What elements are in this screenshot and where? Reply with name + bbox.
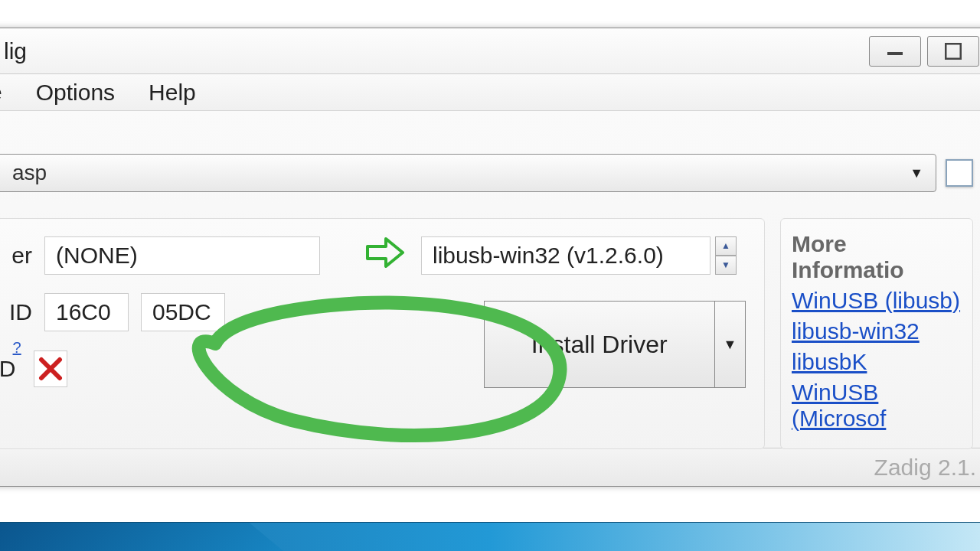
taskbar[interactable] <box>0 522 980 551</box>
usbid-label: ID <box>0 299 32 325</box>
wcid-status <box>34 350 67 387</box>
device-combo-text: asp <box>0 161 47 185</box>
maximize-icon <box>945 43 962 60</box>
menu-file[interactable]: e <box>0 80 2 106</box>
statusbar: e found. Zadig 2.1. <box>0 448 980 486</box>
version-text: Zadig 2.1. <box>874 455 976 481</box>
info-link-libusbk[interactable]: libusbK <box>792 349 962 375</box>
window-title: lig <box>0 38 27 64</box>
x-icon <box>38 357 63 381</box>
info-link-winusb-microsoft[interactable]: WinUSB (Microsof <box>792 380 962 432</box>
driver-row: er (NONE) libusb-win32 (v1.2.6.0) ▲ ▼ <box>0 236 746 275</box>
device-row: asp ▼ <box>0 154 973 192</box>
device-combo[interactable]: asp ▼ <box>0 154 936 192</box>
info-link-libusb-win32[interactable]: libusb-win32 <box>792 318 962 344</box>
menubar: e Options Help <box>0 74 980 111</box>
svg-rect-1 <box>946 44 961 59</box>
driver-spinner: ▲ ▼ <box>715 236 737 275</box>
driver-spinner-down[interactable]: ▼ <box>715 256 737 275</box>
driver-spinner-up[interactable]: ▲ <box>715 236 737 256</box>
usb-vid-field: 16C0 <box>44 293 129 331</box>
svg-rect-0 <box>887 52 903 55</box>
app-window: lig e Options Help asp ▼ er <box>0 28 980 487</box>
usb-pid-field: 05DC <box>141 293 225 331</box>
window-controls <box>869 36 979 67</box>
wcid-label: D <box>0 356 16 382</box>
minimize-button[interactable] <box>869 36 921 67</box>
target-driver-field: libusb-win32 (v1.2.6.0) <box>421 236 710 275</box>
wcid-help-link[interactable]: ? <box>13 339 21 357</box>
client-area: asp ▼ er (NONE) libusb-win32 (v1.2.6.0) … <box>0 111 980 448</box>
current-driver-field: (NONE) <box>44 236 320 275</box>
info-header: More Informatio <box>792 231 962 283</box>
titlebar: lig <box>0 28 980 74</box>
maximize-button[interactable] <box>927 36 979 67</box>
main-grid: er (NONE) libusb-win32 (v1.2.6.0) ▲ ▼ <box>0 218 973 449</box>
install-driver-split[interactable]: ▼ <box>714 302 745 387</box>
install-driver-label: Install Driver <box>485 331 714 359</box>
wcid-row: D ? Install Driver ▼ <box>0 350 746 388</box>
menu-help[interactable]: Help <box>149 80 196 106</box>
minimize-icon <box>884 46 906 57</box>
chevron-down-icon: ▼ <box>910 165 923 181</box>
driver-label: er <box>0 243 32 269</box>
menu-options[interactable]: Options <box>36 80 115 106</box>
target-driver-group: libusb-win32 (v1.2.6.0) ▲ ▼ <box>421 236 737 275</box>
install-driver-button[interactable]: Install Driver ▼ <box>484 301 746 388</box>
svg-marker-2 <box>368 239 403 266</box>
info-link-winusb-libusb[interactable]: WinUSB (libusb) <box>792 288 962 314</box>
arrow-right-icon <box>363 236 406 275</box>
info-panel: More Informatio WinUSB (libusb) libusb-w… <box>780 218 973 449</box>
left-panel: er (NONE) libusb-win32 (v1.2.6.0) ▲ ▼ <box>0 218 765 449</box>
edit-checkbox[interactable] <box>946 159 973 187</box>
